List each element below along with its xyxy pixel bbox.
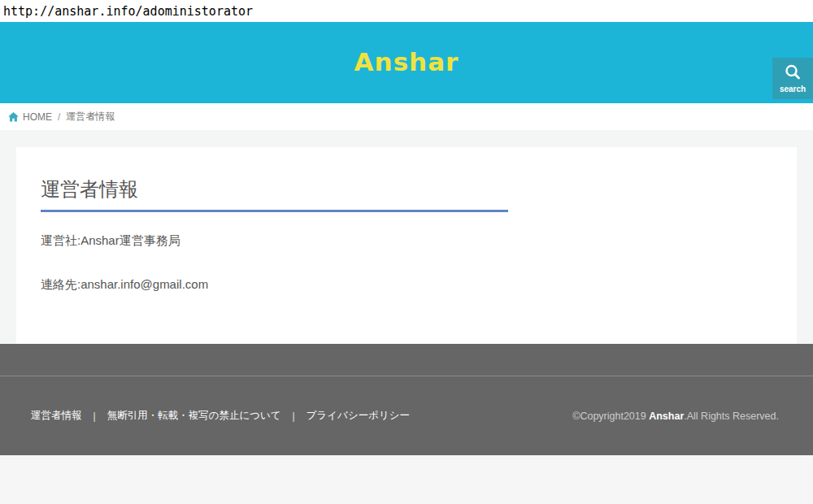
search-button-label: search xyxy=(780,85,806,93)
copyright-brand: Anshar xyxy=(649,411,684,422)
breadcrumb: HOME / 運営者情報 xyxy=(0,103,813,130)
main-area: 運営者情報 運営社:Anshar運営事務局 連絡先:anshar.info@gm… xyxy=(0,130,813,344)
footer-link-operator-info[interactable]: 運営者情報 xyxy=(31,409,82,423)
footer-link-separator: | xyxy=(93,411,96,422)
copyright-suffix: .All Rights Reserved. xyxy=(684,411,779,422)
footer-nav: 運営者情報 | 無断引用・転載・複写の禁止について | プライバシーポリシー xyxy=(31,409,410,423)
footer-link-privacy-policy[interactable]: プライバシーポリシー xyxy=(307,409,410,423)
copyright-notice: ©Copyright2019 Anshar.All Rights Reserve… xyxy=(572,411,779,422)
footer-link-no-reproduction[interactable]: 無断引用・転載・複写の禁止について xyxy=(107,409,281,423)
breadcrumb-current-page: 運営者情報 xyxy=(66,110,115,124)
contact-line: 連絡先:anshar.info@gmail.com xyxy=(41,277,772,293)
bottom-strip xyxy=(0,455,813,504)
url-text: http://anshar.info/adoministorator xyxy=(3,4,253,19)
content-card: 運営者情報 運営社:Anshar運営事務局 連絡先:anshar.info@gm… xyxy=(16,147,797,344)
site-header: Anshar search xyxy=(0,22,813,103)
footer-link-separator: | xyxy=(293,411,295,422)
page-title: 運営者情報 xyxy=(41,176,508,212)
site-logo[interactable]: Anshar xyxy=(0,47,813,76)
address-bar[interactable]: http://anshar.info/adoministorator xyxy=(0,0,813,22)
home-icon xyxy=(8,112,19,122)
site-footer: 運営者情報 | 無断引用・転載・複写の禁止について | プライバシーポリシー ©… xyxy=(0,376,813,455)
magnifier-icon xyxy=(784,63,802,84)
breadcrumb-home-link[interactable]: HOME xyxy=(23,111,52,123)
breadcrumb-separator: / xyxy=(58,111,60,123)
footer-top-band xyxy=(0,344,813,376)
search-button[interactable]: search xyxy=(772,58,813,99)
operator-line: 運営社:Anshar運営事務局 xyxy=(41,233,772,249)
copyright-prefix: ©Copyright2019 xyxy=(572,411,649,422)
